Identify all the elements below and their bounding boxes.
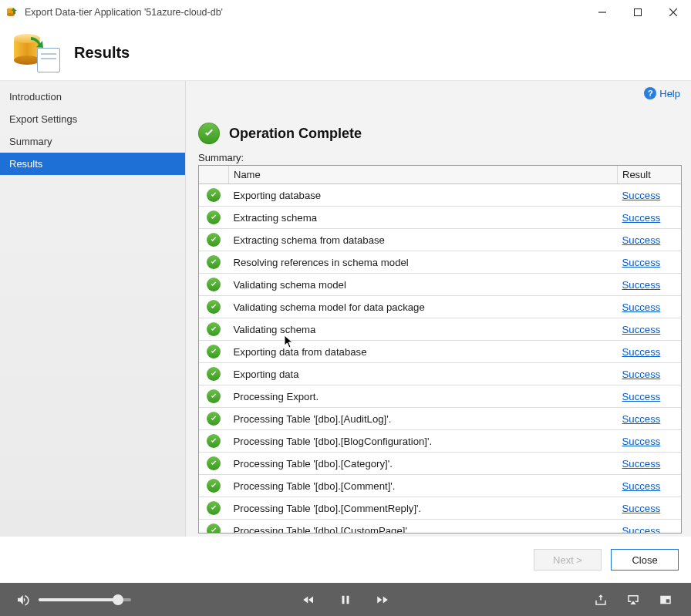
table-row: Extracting schemaSuccess: [199, 207, 681, 229]
row-status-icon: [199, 274, 229, 296]
result-link[interactable]: Success: [622, 413, 661, 425]
help-icon: ?: [644, 87, 656, 99]
table-row: Processing Table '[dbo].[Comment]'.Succe…: [199, 475, 681, 497]
volume-slider[interactable]: [39, 598, 131, 601]
table-row: Processing Table '[dbo].[CustomPage]'.Su…: [199, 520, 681, 534]
sidebar-step-results[interactable]: Results: [0, 153, 185, 175]
share-button[interactable]: [592, 591, 609, 608]
close-button[interactable]: Close: [611, 549, 679, 571]
help-label: Help: [659, 88, 680, 99]
row-status-icon: [199, 408, 229, 430]
media-playback-bar: [0, 583, 691, 616]
result-link[interactable]: Success: [622, 346, 661, 358]
row-result: Success: [618, 453, 682, 475]
row-name: Validating schema model for data package: [229, 296, 618, 318]
row-status-icon: [199, 296, 229, 318]
next-button: Next >: [534, 549, 602, 571]
result-link[interactable]: Success: [622, 436, 661, 447]
window-close-button[interactable]: [656, 0, 691, 25]
row-result: Success: [618, 296, 682, 318]
row-name: Processing Table '[dbo].[BlogConfigurati…: [229, 430, 618, 453]
volume-thumb[interactable]: [113, 594, 123, 605]
pip-button[interactable]: [657, 591, 674, 608]
sidebar-step-introduction[interactable]: Introduction: [0, 86, 185, 108]
table-row: Exporting data from databaseSuccess: [199, 341, 681, 363]
row-result: Success: [618, 363, 682, 385]
table-row: Exporting dataSuccess: [199, 363, 681, 385]
fast-forward-button[interactable]: [374, 591, 391, 608]
table-row: Processing Table '[dbo].[Category]'.Succ…: [199, 453, 681, 475]
results-table: Name Result Exporting databaseSuccessExt…: [198, 165, 682, 534]
column-header-result[interactable]: Result: [618, 166, 682, 184]
row-name: Validating schema: [229, 318, 618, 341]
window-maximize-button[interactable]: [620, 0, 656, 25]
table-row: Validating schema modelSuccess: [199, 274, 681, 296]
row-status-icon: [199, 453, 229, 475]
svg-rect-3: [598, 12, 606, 13]
result-link[interactable]: Success: [622, 525, 661, 534]
result-link[interactable]: Success: [622, 257, 661, 268]
row-status-icon: [199, 475, 229, 497]
row-result: Success: [618, 251, 682, 274]
table-row: Processing Export.Success: [199, 385, 681, 408]
wizard-footer: Next > Close: [0, 537, 691, 583]
row-status-icon: [199, 363, 229, 385]
row-status-icon: [199, 341, 229, 363]
volume-icon[interactable]: [14, 591, 31, 608]
column-header-name[interactable]: Name: [229, 166, 618, 184]
success-status-icon: [198, 123, 220, 144]
result-link[interactable]: Success: [622, 480, 661, 492]
table-row: Validating schemaSuccess: [199, 318, 681, 341]
row-result: Success: [618, 184, 682, 207]
row-result: Success: [618, 475, 682, 497]
row-name: Processing Table '[dbo].[CommentReply]'.: [229, 497, 618, 520]
row-status-icon: [199, 430, 229, 453]
content-pane: ? Help Operation Complete Summary: Name …: [186, 81, 691, 537]
sidebar-step-summary[interactable]: Summary: [0, 130, 185, 153]
row-status-icon: [199, 385, 229, 408]
result-link[interactable]: Success: [622, 324, 661, 335]
page-header: Results: [0, 25, 691, 80]
row-name: Validating schema model: [229, 274, 618, 296]
row-status-icon: [199, 497, 229, 520]
result-link[interactable]: Success: [622, 279, 661, 291]
row-status-icon: [199, 184, 229, 207]
result-link[interactable]: Success: [622, 301, 661, 313]
rewind-button[interactable]: [300, 591, 317, 608]
result-link[interactable]: Success: [622, 369, 661, 380]
table-row: Processing Table '[dbo].[CommentReply]'.…: [199, 497, 681, 520]
table-row: Validating schema model for data package…: [199, 296, 681, 318]
row-result: Success: [618, 274, 682, 296]
row-status-icon: [199, 207, 229, 229]
result-link[interactable]: Success: [622, 458, 661, 470]
row-name: Exporting data from database: [229, 341, 618, 363]
row-name: Exporting database: [229, 184, 618, 207]
wizard-steps-sidebar: IntroductionExport SettingsSummaryResult…: [0, 81, 186, 537]
row-status-icon: [199, 520, 229, 534]
column-header-status[interactable]: [199, 166, 229, 184]
summary-label: Summary:: [198, 152, 682, 163]
window-title: Export Data-tier Application '51azure-cl…: [25, 7, 585, 18]
row-name: Extracting schema: [229, 207, 618, 229]
result-link[interactable]: Success: [622, 190, 661, 201]
titlebar: Export Data-tier Application '51azure-cl…: [0, 0, 691, 25]
help-link[interactable]: ? Help: [644, 87, 680, 99]
row-result: Success: [618, 341, 682, 363]
row-result: Success: [618, 229, 682, 251]
result-link[interactable]: Success: [622, 234, 661, 246]
row-name: Extracting schema from database: [229, 229, 618, 251]
result-link[interactable]: Success: [622, 503, 661, 514]
result-link[interactable]: Success: [622, 212, 661, 224]
page-title: Results: [74, 44, 130, 62]
status-heading: Operation Complete: [229, 126, 362, 142]
result-link[interactable]: Success: [622, 391, 661, 402]
airplay-button[interactable]: [625, 591, 642, 608]
sidebar-step-export-settings[interactable]: Export Settings: [0, 108, 185, 130]
row-result: Success: [618, 408, 682, 430]
table-header-row: Name Result: [199, 166, 681, 184]
pause-button[interactable]: [337, 591, 354, 608]
window-minimize-button[interactable]: [585, 0, 620, 25]
svg-rect-4: [635, 9, 642, 16]
results-scroll[interactable]: Name Result Exporting databaseSuccessExt…: [199, 166, 681, 533]
row-result: Success: [618, 207, 682, 229]
